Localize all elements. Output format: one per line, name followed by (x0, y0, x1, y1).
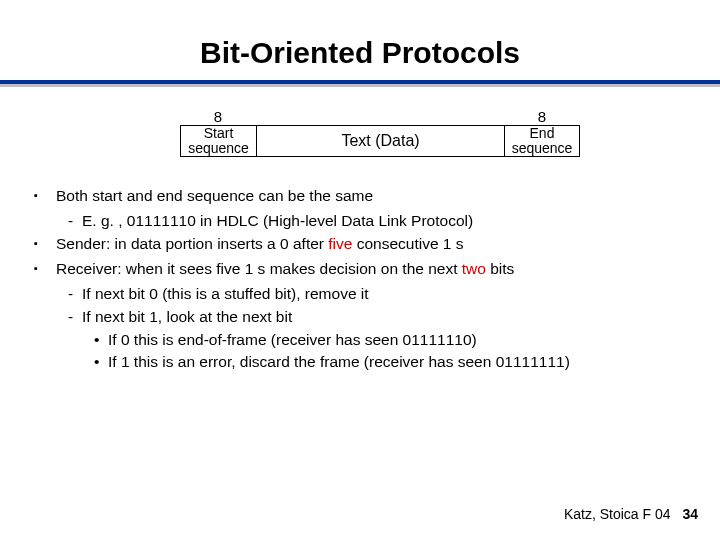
bullet-2-post: consecutive 1 s (352, 235, 463, 252)
bits-left-label: 8 (180, 108, 256, 125)
bullet-1a: E. g. , 01111110 in HDLC (High-level Dat… (26, 211, 700, 232)
frame-start-cell: Start sequence (180, 125, 256, 157)
title-rule (0, 80, 720, 87)
frame-data-cell: Text (Data) (256, 125, 504, 157)
bullet-2: Sender: in data portion inserts a 0 afte… (26, 234, 700, 255)
bullet-3b: If next bit 1, look at the next bit (26, 307, 700, 328)
frame-row: Start sequence Text (Data) End sequence (180, 125, 580, 157)
bits-right-label: 8 (504, 108, 580, 125)
bullet-3-highlight: two (462, 260, 486, 277)
footer: Katz, Stoica F 04 34 (564, 506, 698, 522)
frame-end-cell: End sequence (504, 125, 580, 157)
bullet-2-highlight: five (328, 235, 352, 252)
bullet-3-post: bits (486, 260, 514, 277)
page-number: 34 (682, 506, 698, 522)
bullet-3a: If next bit 0 (this is a stuffed bit), r… (26, 284, 700, 305)
bullet-3-pre: Receiver: when it sees five 1 s makes de… (56, 260, 462, 277)
frame-bit-labels: 8 8 (180, 108, 580, 125)
bullet-1: Both start and end sequence can be the s… (26, 186, 700, 207)
bullet-3b1: If 0 this is end-of-frame (receiver has … (26, 330, 700, 351)
bullet-3b2: If 1 this is an error, discard the frame… (26, 352, 700, 373)
bullet-3: Receiver: when it sees five 1 s makes de… (26, 259, 700, 280)
body-content: Both start and end sequence can be the s… (26, 186, 700, 375)
slide: Bit-Oriented Protocols 8 8 Start sequenc… (0, 0, 720, 540)
slide-title: Bit-Oriented Protocols (0, 0, 720, 80)
frame-diagram: 8 8 Start sequence Text (Data) End seque… (180, 108, 580, 157)
bullet-2-pre: Sender: in data portion inserts a 0 afte… (56, 235, 328, 252)
footer-credit: Katz, Stoica F 04 (564, 506, 671, 522)
